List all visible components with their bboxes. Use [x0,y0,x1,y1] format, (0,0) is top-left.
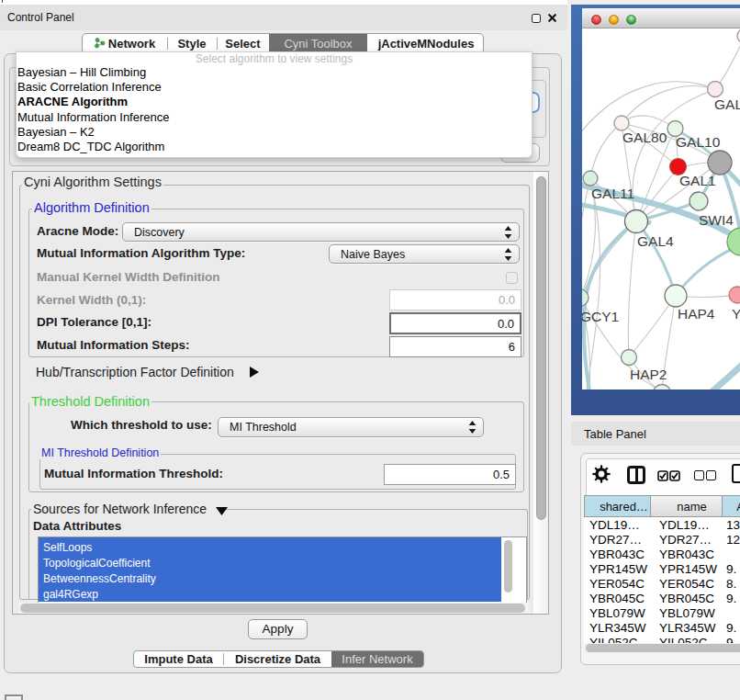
svg-text:SWI4: SWI4 [699,212,734,228]
svg-text:HAP4: HAP4 [678,306,715,322]
svg-text:GAL2: GAL2 [714,96,740,112]
svg-text:GAL80: GAL80 [622,130,667,145]
svg-text:HAP2: HAP2 [630,367,667,382]
svg-text:GAL11: GAL11 [591,186,634,201]
svg-text:GCY1: GCY1 [582,309,619,324]
svg-text:GAL10: GAL10 [676,134,721,150]
svg-text:GAL1: GAL1 [679,173,716,188]
svg-text:YD: YD [732,306,740,322]
svg-text:GAL4: GAL4 [637,233,674,249]
